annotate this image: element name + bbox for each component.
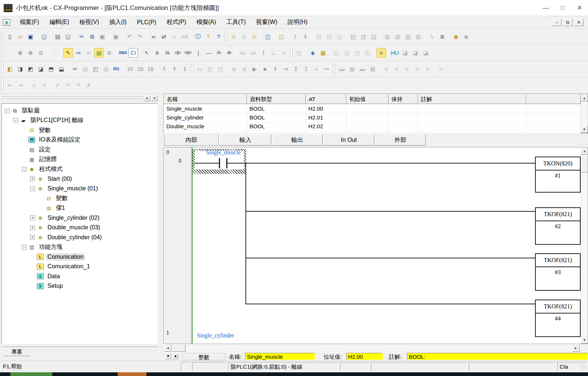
run-to-icon[interactable]: ↦	[322, 64, 332, 74]
paste-icon[interactable]: ▣	[98, 32, 107, 42]
arrow-updown-icon[interactable]: ⇕	[180, 64, 189, 74]
tab-project[interactable]: 專案	[4, 348, 30, 356]
toolbar-grip[interactable]	[1, 80, 3, 91]
expand-icon[interactable]: +	[30, 235, 35, 240]
program-check-icon[interactable]: ⚠	[249, 32, 259, 42]
menu-p[interactable]: 程式(P)	[162, 16, 191, 28]
hex-16-icon[interactable]: 16	[146, 64, 155, 74]
window-plain-icon[interactable]: ⬒	[46, 64, 56, 74]
list-grey-icon[interactable]: ▤	[101, 64, 111, 74]
symbol-cell[interactable]: H2.02	[306, 122, 346, 131]
usage-icon[interactable]: ≣	[438, 32, 447, 42]
block-list-icon[interactable]: ≡	[376, 48, 386, 58]
select-pointer-icon[interactable]: ↖	[142, 48, 152, 58]
ladder-editor[interactable]: 0 0 1 Single_muscle TKON(820)#1TKOF(821)…	[163, 147, 588, 344]
list-undo-icon[interactable]: ↺	[39, 80, 49, 90]
column-header-3[interactable]: 初始值	[346, 94, 389, 104]
grid-icon[interactable]: ∷	[50, 48, 59, 58]
compile-all-icon[interactable]: ⚠	[239, 32, 249, 42]
open-icon[interactable]: ▱	[15, 32, 25, 42]
column-header-1[interactable]: 資料類型	[247, 94, 306, 104]
replace-icon[interactable]: ⇄	[159, 32, 169, 42]
tree-item-io[interactable]: ⬒IO表及模組設定	[2, 135, 157, 145]
window-export-icon[interactable]: ⬓	[57, 64, 66, 74]
scroll-right-icon[interactable]: ►	[572, 344, 580, 352]
list-align-icon[interactable]: ≡	[29, 80, 39, 90]
diff-mon-3-icon[interactable]: ≎	[402, 64, 412, 74]
menu-h[interactable]: 說明(H)	[283, 16, 313, 28]
name-field[interactable]: Single_muscle	[245, 353, 315, 360]
diff-mon-4-icon[interactable]: ≏	[412, 64, 422, 74]
contact-or-no-icon[interactable]: =||=	[173, 48, 183, 58]
compare-icon[interactable]: ◲	[335, 32, 344, 42]
indent-left-icon[interactable]: ⇤	[5, 80, 15, 90]
symbol-cell[interactable]: BOOL	[247, 122, 306, 131]
replace-ab-icon[interactable]: AB	[180, 32, 189, 42]
partial-verify-icon[interactable]: ◲	[369, 32, 379, 42]
dock-close-icon[interactable]: ✕	[151, 96, 157, 101]
zoom-in-icon[interactable]: ⊕	[26, 48, 35, 58]
symbol-cell[interactable]	[418, 122, 526, 131]
scroll-up-icon[interactable]: ▲	[581, 147, 588, 155]
differential-icon[interactable]: ∿	[427, 32, 437, 42]
io-table-3-icon[interactable]: ▥	[403, 32, 413, 42]
mnemonic-icon[interactable]: 001	[111, 64, 121, 74]
column-header-5[interactable]: 註解	[418, 94, 526, 104]
indent-right-icon[interactable]: ⇥	[15, 80, 25, 90]
hand-page-icon[interactable]: ◰	[91, 64, 100, 74]
tree-item-[interactable]: ⊟變數	[2, 125, 157, 135]
instruction-2-icon[interactable]: ▭	[248, 48, 258, 58]
window-edit-icon[interactable]: ◨	[15, 64, 25, 74]
release-protect-icon[interactable]: ◉	[461, 32, 471, 42]
menu-e[interactable]: 編輯(E)	[44, 16, 74, 28]
pause-hand-icon[interactable]: ∪	[229, 64, 239, 74]
set-protect-icon[interactable]: ◉	[451, 32, 461, 42]
ladder-hscroll[interactable]: ◄ ►	[163, 344, 580, 352]
tree-item-[interactable]: ▤設定	[2, 145, 157, 155]
tree-item-data[interactable]: SData	[2, 272, 157, 282]
run-icon[interactable]: ▶	[250, 64, 259, 74]
window-project-icon[interactable]: ◧	[5, 64, 15, 74]
vertical-line-icon[interactable]: |	[194, 48, 203, 58]
address-field[interactable]: H2.00	[346, 353, 383, 360]
mdi-document-icon[interactable]: ▦	[3, 19, 10, 26]
zoom-small-icon[interactable]: ◌	[5, 48, 15, 58]
diff-mon-5-icon[interactable]: ∔	[423, 64, 432, 74]
close-info-icon[interactable]: ✕	[165, 353, 171, 359]
expand-icon[interactable]: +	[30, 176, 35, 181]
smart-input-icon[interactable]: SMA	[118, 48, 128, 58]
tree-item-[interactable]: ▦記憶體	[2, 155, 157, 165]
symbol-cell[interactable]	[526, 122, 581, 131]
tree-item-doublemuscle03[interactable]: +⊛Double_muscle (03)	[2, 223, 157, 233]
tree-item-plc1cp1h[interactable]: −▰陔PLC1[CP1H] 離線	[2, 116, 157, 126]
redo-icon[interactable]: ↷	[135, 32, 145, 42]
collapse-icon[interactable]: −	[22, 245, 26, 250]
find-icon[interactable]: ∞	[149, 32, 158, 42]
zoom-100-icon[interactable]: ⊙	[36, 48, 46, 58]
fb-op-1-icon[interactable]: ◱	[332, 48, 341, 58]
toolbar-grip[interactable]	[225, 31, 227, 42]
maximize-icon[interactable]: □	[554, 1, 571, 15]
symbol-cell[interactable]	[346, 105, 389, 114]
menu-f[interactable]: 檔案(F)	[15, 16, 44, 28]
upload-icon[interactable]: ◳	[325, 32, 334, 42]
symbol-cell[interactable]	[526, 105, 581, 114]
cut-icon[interactable]: ✂	[77, 32, 86, 42]
tree-item-singlecylinder02[interactable]: +⊛Single_cylinder (02)	[2, 213, 157, 223]
fb-op-2-icon[interactable]: ◲	[342, 48, 352, 58]
about-icon[interactable]: ⓘ	[193, 32, 203, 42]
watch-icon[interactable]: ≍	[84, 48, 93, 58]
symbol-cell[interactable]	[526, 114, 581, 122]
pause-icon[interactable]: ‖	[301, 32, 310, 42]
expand-icon[interactable]: +	[30, 225, 35, 230]
column-header-4[interactable]: 保持	[389, 94, 418, 104]
new-icon[interactable]: ▯	[5, 32, 15, 42]
menu-plcp[interactable]: PLC(P)	[132, 16, 161, 28]
mdi-close-icon[interactable]: ✕	[574, 19, 584, 26]
toolbar-grip[interactable]	[333, 64, 335, 75]
collapse-icon[interactable]: −	[5, 108, 10, 113]
instruction-block-3[interactable]: TKOF(821)#3	[535, 253, 581, 291]
io-table-1-icon[interactable]: ▥	[383, 32, 392, 42]
ladder-vscroll-thumb[interactable]	[581, 155, 588, 172]
print-icon[interactable]: ▤	[53, 32, 63, 42]
